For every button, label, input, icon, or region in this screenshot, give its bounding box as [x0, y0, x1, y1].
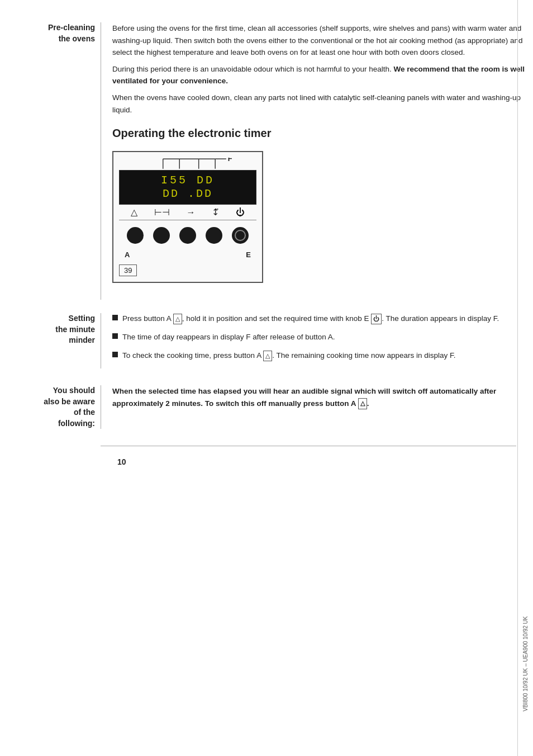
you-should-text: When the selected time has elapsed you w…: [112, 385, 527, 409]
button-4[interactable]: [206, 227, 222, 244]
setting-section: Setting the minute minder Press button A…: [0, 313, 533, 368]
bullet-square-1: [112, 315, 118, 320]
label-e: E: [246, 251, 251, 259]
pre-cleaning-heading: Pre-cleaning the ovens: [17, 22, 95, 44]
bullet-item-3: To check the cooking time, press button …: [112, 350, 527, 362]
pre-cleaning-p3: When the ovens have cooled down, clean a…: [112, 92, 527, 116]
page-number: 10: [117, 457, 126, 466]
button-1[interactable]: [127, 227, 144, 244]
page-number-box: 39: [119, 264, 137, 276]
bullet-item-2: The time of day reappears in display F a…: [112, 332, 527, 343]
symbols-row: △ ⊢⊣ → ↕̈ ⏻: [119, 205, 256, 220]
setting-bullet-list: Press button A △, hold it in position an…: [112, 313, 527, 362]
bullet-3-text: To check the cooking time, press button …: [122, 350, 456, 362]
button-3[interactable]: [179, 227, 196, 244]
pre-cleaning-p2: During this period there is an unavoidab…: [112, 63, 527, 87]
symbol-arrow-right: →: [186, 207, 195, 218]
segment-display: I55 DD DD .DD: [119, 170, 256, 205]
bottom-bar: 10: [101, 446, 516, 466]
timer-heading: Operating the electronic timer: [112, 127, 527, 140]
symbol-arrows: ⊢⊣: [154, 207, 170, 218]
bullet-item-1: Press button A △, hold it in position an…: [112, 313, 527, 325]
button-2[interactable]: [153, 227, 170, 244]
f-bracket: F: [119, 158, 256, 170]
buttons-row: [119, 224, 256, 247]
pre-cleaning-content: Before using the ovens for the first tim…: [101, 22, 533, 300]
symbol-power: ⏻: [236, 207, 245, 218]
you-should-left: You should also be aware of the followin…: [0, 385, 101, 429]
page: VBI800 10/92 UK – UEA900 10/92 UK Pre-cl…: [0, 0, 533, 756]
setting-left: Setting the minute minder: [0, 313, 101, 368]
button-a-icon-2: △: [263, 351, 272, 361]
you-should-heading: You should also be aware of the followin…: [17, 385, 95, 429]
bullet-square-3: [112, 352, 118, 357]
svg-text:F: F: [228, 158, 232, 163]
symbol-updown: ↕̈: [212, 207, 219, 218]
pre-cleaning-section: Pre-cleaning the ovens Before using the …: [0, 22, 533, 300]
setting-heading: Setting the minute minder: [17, 313, 95, 346]
bullet-2-text: The time of day reappears in display F a…: [122, 332, 335, 343]
f-bracket-svg: F: [119, 158, 256, 170]
pre-cleaning-left: Pre-cleaning the ovens: [0, 22, 101, 300]
symbol-triangle: △: [131, 207, 137, 218]
display-bottom: DD .DD: [163, 187, 213, 201]
pre-cleaning-p1: Before using the ovens for the first tim…: [112, 22, 527, 59]
setting-right: Press button A △, hold it in position an…: [101, 313, 533, 368]
button-e-knob[interactable]: [232, 227, 249, 244]
button-a-icon-3: △: [358, 398, 367, 409]
diagram-labels: A E: [119, 251, 256, 259]
pre-cleaning-text: Before using the ovens for the first tim…: [112, 22, 527, 116]
display-top: I55 DD: [161, 174, 215, 187]
side-label: VBI800 10/92 UK – UEA900 10/92 UK: [522, 616, 529, 711]
timer-diagram: F I55 DD DD .DD △ ⊢⊣ → ↕: [112, 151, 263, 283]
you-should-right: When the selected time has elapsed you w…: [101, 385, 533, 429]
bullet-1-text: Press button A △, hold it in position an…: [122, 313, 499, 325]
side-bar: VBI800 10/92 UK – UEA900 10/92 UK: [517, 0, 533, 756]
page-box-wrapper: 39: [119, 262, 256, 276]
button-a-icon-1: △: [173, 314, 182, 324]
bullet-square-2: [112, 333, 118, 339]
label-a: A: [125, 251, 130, 259]
you-should-section: You should also be aware of the followin…: [0, 385, 533, 429]
button-e-icon: ⏻: [371, 314, 382, 324]
